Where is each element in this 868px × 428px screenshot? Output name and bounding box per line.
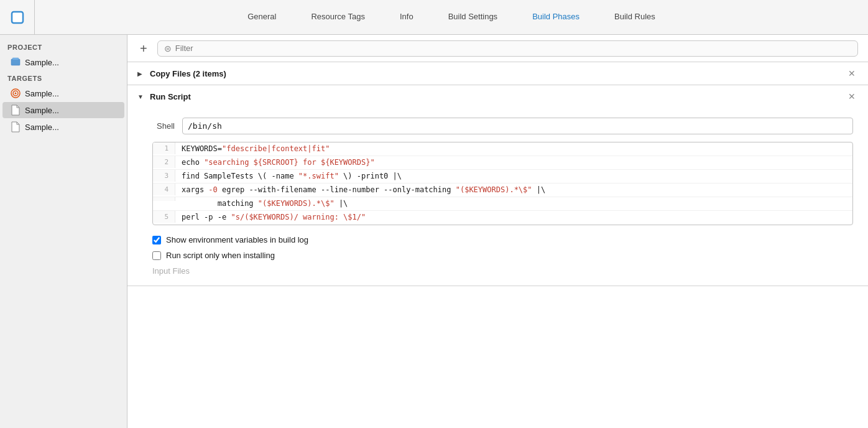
shell-row: Shell — [152, 118, 853, 134]
filter-icon: ⊜ — [164, 44, 172, 54]
checkbox-run-installing-row: Run script only when installing — [152, 251, 853, 260]
code-line-1: 1 KEYWORDS="fdescribe|fcontext|fit" — [153, 142, 852, 156]
targets-section-label: TARGETS — [0, 71, 127, 85]
tab-build-phases[interactable]: Build Phases — [515, 0, 597, 34]
run-only-installing-checkbox[interactable] — [152, 251, 161, 260]
tab-build-settings[interactable]: Build Settings — [431, 0, 515, 34]
code-line-4: 4 xargs -0 egrep --with-filename --line-… — [153, 184, 852, 197]
app-icon — [0, 0, 35, 34]
run-script-header[interactable]: ▼ Run Script ✕ — [127, 85, 868, 108]
target-2-label: Sample... — [25, 106, 59, 115]
project-label: Sample... — [25, 58, 59, 67]
top-bar: General Resource Tags Info Build Setting… — [0, 0, 868, 35]
code-line-5: 5 perl -p -e "s/($KEYWORDS)/ warning: \$… — [153, 211, 852, 225]
svg-rect-2 — [12, 58, 19, 60]
content-area: + ⊜ ▶ Copy Files (2 items) ✕ ▼ Run Scrip… — [127, 35, 868, 428]
run-script-triangle: ▼ — [137, 93, 145, 100]
show-env-checkbox[interactable] — [152, 236, 161, 244]
line-number-5: 5 — [153, 211, 175, 223]
run-script-section: ▼ Run Script ✕ Shell 1 KEYWORDS="fdescri… — [127, 85, 868, 286]
content-toolbar: + ⊜ — [127, 35, 868, 62]
show-env-label[interactable]: Show environment variables in build log — [166, 235, 308, 244]
target-1-label: Sample... — [25, 89, 59, 98]
line-code-5: perl -p -e "s/($KEYWORDS)/ warning: \$1/… — [175, 211, 852, 223]
input-files-label: Input Files — [152, 266, 853, 276]
sidebar-item-target-1[interactable]: Sample... — [2, 85, 124, 101]
run-script-close-button[interactable]: ✕ — [846, 91, 858, 101]
checkbox-show-env-row: Show environment variables in build log — [152, 235, 853, 244]
code-line-3: 3 find SampleTests \( -name "*.swift" \)… — [153, 170, 852, 184]
code-line-4b: matching "($KEYWORDS).*\$" |\ — [153, 197, 852, 211]
file-icon-2 — [10, 105, 21, 116]
copy-files-triangle: ▶ — [137, 70, 145, 77]
sidebar-item-project[interactable]: Sample... — [2, 54, 124, 70]
copy-files-section: ▶ Copy Files (2 items) ✕ — [127, 62, 868, 85]
copy-files-close-button[interactable]: ✕ — [846, 68, 858, 78]
run-script-title: Run Script — [150, 92, 191, 101]
project-icon — [10, 57, 21, 68]
target-icon — [10, 88, 21, 99]
add-phase-button[interactable]: + — [137, 42, 150, 55]
line-code-4: xargs -0 egrep --with-filename --line-nu… — [175, 184, 852, 196]
nav-tabs: General Resource Tags Info Build Setting… — [35, 0, 868, 34]
svg-point-5 — [15, 93, 17, 95]
shell-input[interactable] — [182, 118, 853, 134]
project-section-label: PROJECT — [0, 40, 127, 54]
run-only-installing-label[interactable]: Run script only when installing — [166, 251, 275, 260]
line-number-3: 3 — [153, 170, 175, 182]
line-code-2: echo "searching ${SRCROOT} for ${KEYWORD… — [175, 156, 852, 169]
file-icon-3 — [10, 121, 21, 133]
tab-build-rules[interactable]: Build Rules — [597, 0, 673, 34]
sidebar-item-target-2[interactable]: Sample... — [2, 102, 124, 118]
target-3-label: Sample... — [25, 123, 59, 132]
line-number-1: 1 — [153, 142, 175, 154]
xcode-icon — [11, 11, 24, 24]
line-code-1: KEYWORDS="fdescribe|fcontext|fit" — [175, 142, 852, 155]
copy-files-header[interactable]: ▶ Copy Files (2 items) ✕ — [127, 62, 868, 85]
line-code-3: find SampleTests \( -name "*.swift" \) -… — [175, 170, 852, 182]
shell-label: Shell — [152, 121, 175, 131]
line-number-4b — [153, 197, 175, 201]
code-editor[interactable]: 1 KEYWORDS="fdescribe|fcontext|fit" 2 ec… — [152, 142, 853, 225]
svg-rect-1 — [11, 59, 20, 65]
line-number-4: 4 — [153, 184, 175, 195]
sidebar: PROJECT Sample... TARGETS Sample.. — [0, 35, 127, 428]
run-script-content: Shell 1 KEYWORDS="fdescribe|fcontext|fit… — [127, 108, 868, 286]
svg-rect-0 — [12, 12, 23, 23]
main-layout: PROJECT Sample... TARGETS Sample.. — [0, 35, 868, 428]
line-code-4b: matching "($KEYWORDS).*\$" |\ — [175, 197, 852, 210]
tab-resource-tags[interactable]: Resource Tags — [293, 0, 382, 34]
sidebar-item-target-3[interactable]: Sample... — [2, 119, 124, 135]
copy-files-title: Copy Files (2 items) — [150, 69, 226, 78]
filter-container: ⊜ — [157, 40, 858, 57]
line-number-2: 2 — [153, 156, 175, 168]
code-line-2: 2 echo "searching ${SRCROOT} for ${KEYWO… — [153, 156, 852, 170]
tab-general[interactable]: General — [230, 0, 293, 34]
tab-info[interactable]: Info — [382, 0, 431, 34]
filter-input[interactable] — [175, 44, 851, 53]
